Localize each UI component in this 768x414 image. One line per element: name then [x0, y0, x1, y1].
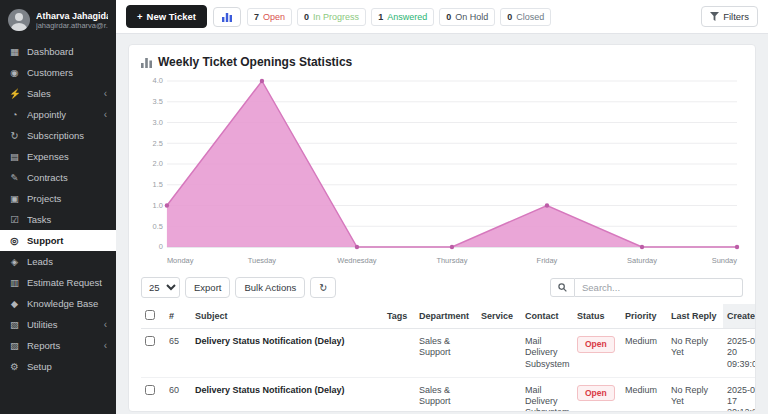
status-badge-on-hold[interactable]: 0On Hold — [439, 8, 495, 26]
sidebar-item-label: Setup — [27, 361, 107, 372]
svg-text:Saturday: Saturday — [627, 256, 657, 265]
sidebar-item-label: Contracts — [27, 172, 107, 183]
ticket-department: Sales & Support — [415, 377, 477, 412]
sidebar-item-tasks[interactable]: ☑Tasks — [0, 209, 116, 230]
funnel-icon — [710, 12, 719, 21]
ticket-status-cell: Open — [573, 377, 621, 412]
knowledge-base-icon: ◆ — [9, 298, 20, 309]
ticket-status-cell: Open — [573, 329, 621, 378]
new-ticket-label: New Ticket — [147, 11, 196, 22]
refresh-button[interactable]: ↻ — [310, 277, 336, 298]
sidebar-item-utilities[interactable]: ▧Utilities‹ — [0, 314, 116, 335]
svg-text:0.5: 0.5 — [153, 222, 163, 231]
column-header-subject[interactable]: Subject — [191, 304, 383, 329]
ticket-subject-link[interactable]: Delivery Status Notification (Delay) — [195, 336, 345, 346]
column-header-department[interactable]: Department — [415, 304, 477, 329]
status-count: 1 — [378, 12, 383, 22]
select-all-checkbox[interactable] — [145, 310, 155, 320]
chart-icon — [141, 57, 152, 68]
chevron-left-icon: ‹ — [104, 340, 107, 351]
column-header-status[interactable]: Status — [573, 304, 621, 329]
status-badge-closed[interactable]: 0Closed — [500, 8, 551, 26]
content-area: Weekly Ticket Openings Statistics 00.51.… — [116, 34, 768, 414]
ticket-status-summary: 7Open0In Progress1Answered0On Hold0Close… — [247, 8, 551, 26]
user-email: jahagirdar.atharva@r... — [36, 21, 108, 30]
ticket-subject-cell: Delivery Status Notification (Delay) — [191, 329, 383, 378]
sidebar-item-customers[interactable]: ◉Customers — [0, 62, 116, 83]
user-profile[interactable]: Atharva Jahagidar jahagirdar.atharva@r..… — [0, 0, 116, 39]
sidebar-item-support[interactable]: ◎Support — [0, 230, 116, 251]
sidebar-item-setup[interactable]: ⚙Setup — [0, 356, 116, 377]
contracts-icon: ✎ — [9, 172, 20, 183]
utilities-icon: ▧ — [9, 319, 20, 330]
column-header-tags[interactable]: Tags — [383, 304, 415, 329]
sidebar-item-estimate-request[interactable]: ▥Estimate Request — [0, 272, 116, 293]
sidebar-item-contracts[interactable]: ✎Contracts — [0, 167, 116, 188]
customers-icon: ◉ — [9, 67, 20, 78]
sidebar-item-label: Customers — [27, 67, 107, 78]
estimate-request-icon: ▥ — [9, 277, 20, 288]
ticket-id: 60 — [165, 377, 191, 412]
sidebar-item-dashboard[interactable]: ▦Dashboard — [0, 41, 116, 62]
sidebar-item-appointly[interactable]: ◔Appointly‹ — [0, 104, 116, 125]
leads-icon: ◈ — [9, 256, 20, 267]
column-header--[interactable]: # — [165, 304, 191, 329]
status-badge-answered[interactable]: 1Answered — [371, 8, 434, 26]
chevron-left-icon: ‹ — [104, 109, 107, 120]
bulk-actions-button[interactable]: Bulk Actions — [235, 277, 305, 298]
ticket-contact: Mail Delivery Subsystem — [521, 329, 573, 378]
sidebar-item-reports[interactable]: ▨Reports‹ — [0, 335, 116, 356]
row-checkbox[interactable] — [145, 336, 155, 346]
status-count: 0 — [507, 12, 512, 22]
sidebar-item-label: Reports — [27, 340, 97, 351]
sidebar-item-knowledge-base[interactable]: ◆Knowledge Base — [0, 293, 116, 314]
ticket-created: 2025-06-20 09:39:07 — [723, 329, 756, 378]
status-count: 0 — [304, 12, 309, 22]
svg-text:Sunday: Sunday — [712, 256, 738, 265]
status-badge-in-progress[interactable]: 0In Progress — [297, 8, 366, 26]
column-header-priority[interactable]: Priority — [621, 304, 667, 329]
sidebar-item-leads[interactable]: ◈Leads — [0, 251, 116, 272]
export-button[interactable]: Export — [185, 277, 230, 298]
app-root: Atharva Jahagidar jahagirdar.atharva@r..… — [0, 0, 768, 414]
projects-icon: ▣ — [9, 193, 20, 204]
ticket-stats-toggle-button[interactable] — [213, 7, 241, 27]
setup-icon: ⚙ — [9, 361, 20, 372]
svg-text:3.5: 3.5 — [153, 97, 163, 106]
column-header-service[interactable]: Service — [477, 304, 521, 329]
column-header-last-reply[interactable]: Last Reply — [667, 304, 723, 329]
table-controls: 25 Export Bulk Actions ↻ — [141, 277, 743, 298]
sidebar-item-label: Appointly — [27, 109, 97, 120]
column-header-created[interactable]: Created▾ — [723, 304, 756, 329]
sidebar-item-subscriptions[interactable]: ↻Subscriptions — [0, 125, 116, 146]
sidebar: Atharva Jahagidar jahagirdar.atharva@r..… — [0, 0, 116, 414]
ticket-created: 2025-06-17 20:12:0 — [723, 377, 756, 412]
row-checkbox[interactable] — [145, 385, 155, 395]
page-size-select[interactable]: 25 — [141, 277, 180, 298]
status-badge-open[interactable]: 7Open — [247, 8, 292, 26]
weekly-ticket-chart: 00.51.01.52.02.53.03.54.0MondayTuesdayWe… — [141, 73, 743, 269]
ticket-subject-link[interactable]: Delivery Status Notification (Delay) — [195, 385, 345, 395]
status-label: Open — [263, 12, 285, 22]
sidebar-item-label: Projects — [27, 193, 107, 204]
sidebar-item-projects[interactable]: ▣Projects — [0, 188, 116, 209]
column-header-contact[interactable]: Contact — [521, 304, 573, 329]
reports-icon: ▨ — [9, 340, 20, 351]
sidebar-item-label: Knowledge Base — [27, 298, 107, 309]
search-input[interactable] — [575, 278, 743, 297]
svg-text:1.5: 1.5 — [153, 180, 163, 189]
ticket-status-badge: Open — [577, 385, 615, 402]
search-button[interactable] — [550, 278, 575, 297]
svg-text:Monday: Monday — [167, 256, 194, 265]
new-ticket-button[interactable]: + New Ticket — [126, 5, 207, 28]
svg-text:0: 0 — [159, 242, 163, 251]
sidebar-item-expenses[interactable]: ▤Expenses — [0, 146, 116, 167]
ticket-row: 60Delivery Status Notification (Delay)Sa… — [141, 377, 756, 412]
sidebar-item-sales[interactable]: ⚡Sales‹ — [0, 83, 116, 104]
filters-button[interactable]: Filters — [701, 6, 758, 27]
status-count: 0 — [446, 12, 451, 22]
ticket-service — [477, 329, 521, 378]
select-all-header — [141, 304, 165, 329]
avatar — [8, 9, 30, 31]
status-label: Closed — [516, 12, 544, 22]
